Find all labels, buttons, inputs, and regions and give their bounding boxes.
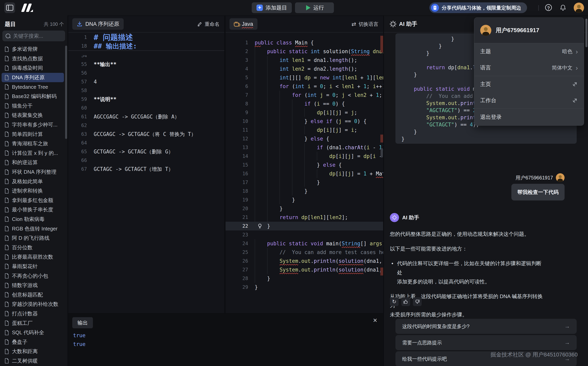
- md-line[interactable]: 60: [68, 104, 224, 112]
- md-line[interactable]: 58: [68, 86, 224, 95]
- code-line[interactable]: 2public static int solution(String dna1,…: [226, 47, 383, 56]
- sidebar-item[interactable]: RGB 色值转 Integer: [2, 224, 64, 233]
- sidebar-item[interactable]: 拿到最多红包金额: [2, 196, 64, 205]
- md-line[interactable]: 63GCCGAGC -> GCTGAGC（将 C 替换为 T）: [68, 130, 224, 138]
- code-line[interactable]: 8if (i == 0) {: [226, 99, 383, 108]
- code-line[interactable]: 6for (int i = 0; i < len1 + 1; i++) {: [226, 82, 383, 91]
- md-lines[interactable]: 5455**输出**565745859**说明**6061AGCCGAGC ->…: [68, 55, 224, 174]
- language-menu-item[interactable]: 语言 简体中文›: [474, 60, 584, 76]
- add-problem-button[interactable]: + 添加题目: [252, 2, 292, 13]
- sidebar-item[interactable]: 打点计数器: [2, 309, 64, 319]
- search-input[interactable]: 关键字搜索...: [2, 30, 65, 41]
- code-editor[interactable]: 1public class Main {2public static int s…: [226, 38, 383, 292]
- user-avatar[interactable]: [574, 3, 584, 13]
- code-line[interactable]: 20}: [226, 204, 383, 213]
- code-line[interactable]: 1public class Main {: [226, 38, 383, 47]
- sidebar-scrollbar[interactable]: [65, 46, 67, 139]
- code-scrollbar[interactable]: [381, 148, 383, 158]
- sidebar-item[interactable]: 青海湖租车之旅: [2, 139, 64, 148]
- suggestion-chip[interactable]: 需要一点思路提示→: [396, 335, 577, 350]
- close-icon[interactable]: ×: [373, 317, 377, 324]
- sidebar-item[interactable]: 叠盘子: [2, 337, 64, 347]
- sidebar-item[interactable]: Bytedance Tree: [2, 82, 64, 92]
- md-line[interactable]: 64: [68, 138, 224, 147]
- bell-icon[interactable]: [559, 4, 566, 11]
- code-line[interactable]: 18}: [226, 187, 383, 196]
- help-icon[interactable]: ?: [545, 4, 552, 11]
- logout-menu-item[interactable]: 退出登录: [474, 109, 584, 125]
- code-line[interactable]: 29}: [226, 283, 383, 292]
- code-line[interactable]: 15} else {: [226, 160, 383, 169]
- ai-panel-scrollbar[interactable]: [585, 19, 588, 47]
- sidebar-item[interactable]: 猜数字游戏: [2, 281, 64, 290]
- md-line[interactable]: 55**输出**: [68, 60, 224, 69]
- sidebar-item[interactable]: DNA 序列还原: [2, 73, 64, 82]
- sidebar-item[interactable]: 进制求和转换: [2, 186, 64, 196]
- app-logo[interactable]: [21, 3, 35, 12]
- md-line[interactable]: 18## 输出描述:: [68, 42, 224, 50]
- code-line[interactable]: 24public static void main(String[] args)…: [226, 239, 383, 248]
- problem-tab[interactable]: DNA 序列还原: [72, 18, 124, 30]
- code-line[interactable]: 19}: [226, 196, 383, 204]
- code-line[interactable]: 7for (int j = 0; j < len2 + 1; j++) {: [226, 91, 383, 99]
- sidebar-item[interactable]: Cion 勒索病毒: [2, 214, 64, 224]
- output-tab[interactable]: 输出: [72, 317, 93, 328]
- sidebar-item[interactable]: 字符串有多少种可...: [2, 120, 64, 130]
- language-tab[interactable]: Java: [229, 18, 258, 30]
- code-line[interactable]: 5int[][] dp = new int[len1 + 1][len2 + 1…: [226, 73, 383, 82]
- sidebar-item[interactable]: 和的逆运算: [2, 158, 64, 167]
- suggestion-chip[interactable]: 这段代码的时间复杂度是多少?→: [396, 319, 577, 334]
- sidebar-item[interactable]: 蛋糕工厂: [2, 318, 64, 328]
- md-line[interactable]: 61AGCCGAGC -> GCCGAGC（删除 A）: [68, 112, 224, 121]
- home-menu-item[interactable]: 主页: [474, 76, 584, 92]
- sidebar-item[interactable]: SQL 代码补全: [2, 328, 64, 337]
- sidebar-item[interactable]: 简单四则计算: [2, 130, 64, 139]
- code-line[interactable]: 23: [226, 230, 383, 239]
- regenerate-button[interactable]: ↻: [390, 297, 399, 306]
- code-line[interactable]: 3int len1 = dna1.length();: [226, 56, 383, 64]
- code-line[interactable]: 9dp[i][j] = j;: [226, 108, 383, 117]
- sidebar-item[interactable]: 比赛最高获胜次数: [2, 252, 64, 262]
- md-line[interactable]: 59**说明**: [68, 95, 224, 104]
- sidebar-item[interactable]: 暴雨梨花针: [2, 262, 64, 271]
- sidebar-item[interactable]: 多米诺骨牌: [2, 45, 64, 54]
- md-line[interactable]: 62: [68, 121, 224, 130]
- sidebar-item[interactable]: 计算位置 x 到 y 的...: [2, 148, 64, 158]
- theme-menu-item[interactable]: 主题 暗色›: [474, 43, 584, 60]
- sidebar-item[interactable]: 链表聚集交换: [2, 111, 64, 120]
- code-line[interactable]: 27System.out.println(solution(dna1, dna2…: [226, 265, 383, 274]
- md-line[interactable]: 67GCTAGC -> GCTAGCT（增加 T）: [68, 165, 224, 174]
- code-line[interactable]: 17}: [226, 178, 383, 187]
- code-line[interactable]: 22}: [226, 222, 383, 230]
- rename-button[interactable]: 重命名: [197, 18, 220, 30]
- sidebar-item[interactable]: Base32 编码和解码: [2, 92, 64, 101]
- sidebar-item[interactable]: 二叉树供暖: [2, 356, 64, 366]
- code-line[interactable]: 21return dp[len1][len2];: [226, 213, 383, 222]
- code-line[interactable]: 12} else {: [226, 134, 383, 143]
- sidebar-item[interactable]: 百分位数: [2, 243, 64, 252]
- code-line[interactable]: 25// You can add more test cases here: [226, 248, 383, 257]
- promo-banner[interactable]: 分享代码练习体验，领限量定制周边: [429, 2, 527, 13]
- sidebar-item[interactable]: 环状 DNA 序列整理: [2, 167, 64, 177]
- sidebar-item[interactable]: 大数和距离: [2, 347, 64, 356]
- code-line[interactable]: 28}: [226, 274, 383, 283]
- sidebar-item[interactable]: 最小替换子串长度: [2, 205, 64, 214]
- sidebar-toggle-button[interactable]: [4, 2, 15, 13]
- thumbs-down-button[interactable]: [413, 297, 422, 306]
- md-line[interactable]: 65GCTGAGC -> GCTAGC（删除 G）: [68, 147, 224, 156]
- sidebar-item[interactable]: 猫鱼分干: [2, 101, 64, 111]
- sidebar-item[interactable]: 病毒感染时间: [2, 63, 64, 73]
- md-line[interactable]: 1# 问题描述: [68, 33, 224, 42]
- code-line[interactable]: 14dp[i][j] = dp[i - 1][j - 1];: [226, 152, 383, 160]
- sidebar-item[interactable]: 创意标题匹配: [2, 290, 64, 299]
- code-line[interactable]: 26System.out.println(solution(dna1, dna2…: [226, 257, 383, 265]
- md-line[interactable]: 54: [68, 55, 224, 60]
- sidebar-item[interactable]: 及格如此简单: [2, 177, 64, 186]
- lightbulb-icon[interactable]: [257, 223, 263, 229]
- code-line[interactable]: 16dp[i][j] = 1 + Math.min(dp[i - 1][j], …: [226, 169, 383, 178]
- code-line[interactable]: 4int len2 = dna2.length();: [226, 64, 383, 73]
- thumbs-up-button[interactable]: [401, 297, 410, 306]
- switch-language-button[interactable]: ⇄ 切换语言: [351, 18, 378, 30]
- run-button[interactable]: 运行: [295, 2, 334, 13]
- sidebar-item[interactable]: 查找热点数据: [2, 54, 64, 63]
